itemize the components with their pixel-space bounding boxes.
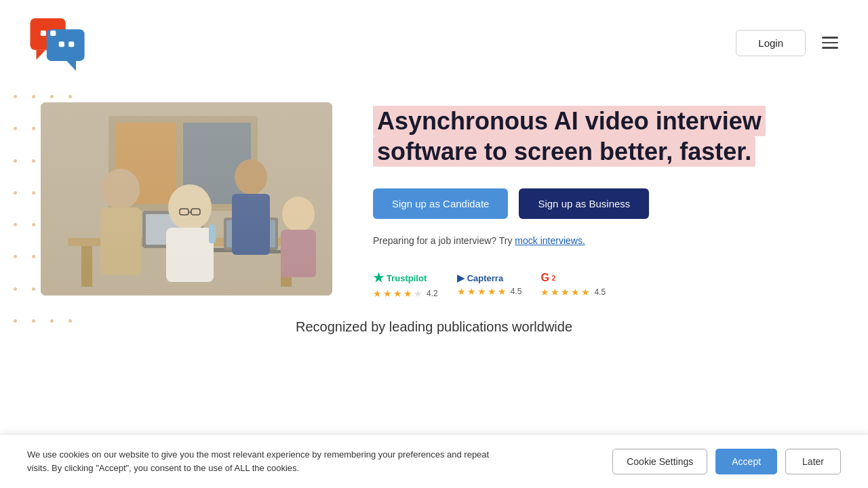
svg-marker-1 [37, 50, 46, 60]
hero-title: Asynchronous AI video interview software… [373, 106, 827, 167]
svg-rect-7 [68, 41, 74, 47]
svg-rect-30 [191, 209, 200, 215]
hero-image-wrapper [41, 102, 332, 296]
hero-text: Asynchronous AI video interview software… [373, 99, 827, 299]
login-button[interactable]: Login [736, 30, 806, 56]
svg-point-27 [282, 197, 315, 232]
svg-point-25 [235, 159, 267, 195]
svg-rect-29 [180, 209, 189, 215]
svg-rect-24 [166, 228, 214, 282]
svg-rect-10 [115, 123, 176, 204]
trustpilot-stars: ★ ★ ★ ★ ★ 4.2 [373, 288, 438, 299]
trustpilot-rating: ★ Trustpilot ★ ★ ★ ★ ★ 4.2 [373, 270, 438, 299]
g2-stars: ★ ★ ★ ★ ★ 4.5 [540, 287, 606, 298]
svg-rect-28 [281, 230, 316, 277]
svg-rect-13 [81, 246, 92, 287]
sub-text: Preparing for a job interview? Try mock … [373, 235, 827, 246]
hero-buttons: Sign up as Candidate Sign up as Business [373, 188, 827, 219]
svg-point-23 [168, 184, 212, 230]
nav-right: Login [736, 30, 841, 56]
bottom-title: Recognized by leading publications world… [27, 319, 841, 335]
main-content: Asynchronous AI video interview software… [0, 85, 868, 299]
ratings-section: ★ Trustpilot ★ ★ ★ ★ ★ 4.2 ▶ Capterra [373, 270, 827, 299]
signup-candidate-button[interactable]: Sign up as Candidate [373, 188, 508, 219]
hero-illustration [41, 102, 332, 296]
svg-rect-16 [146, 214, 200, 245]
hamburger-menu-button[interactable] [819, 34, 841, 52]
svg-rect-18 [224, 218, 278, 250]
svg-rect-8 [41, 102, 332, 296]
logo-icon [27, 12, 88, 73]
svg-rect-6 [59, 41, 64, 47]
bottom-section: Recognized by leading publications world… [0, 299, 868, 335]
svg-rect-22 [100, 207, 141, 275]
svg-rect-11 [183, 123, 251, 204]
hero-image [41, 102, 332, 296]
hero-title-highlight: Asynchronous AI video interview [373, 106, 766, 136]
svg-rect-12 [68, 238, 312, 246]
cookie-later-button[interactable]: Later [785, 449, 841, 474]
svg-rect-14 [281, 246, 292, 287]
cookie-accept-button[interactable]: Accept [715, 449, 777, 474]
svg-rect-26 [232, 194, 270, 255]
svg-rect-17 [176, 248, 244, 252]
logo[interactable] [27, 12, 88, 73]
cookie-buttons: Cookie Settings Accept Later [612, 449, 841, 474]
svg-rect-5 [50, 30, 56, 36]
svg-rect-4 [41, 30, 46, 36]
cookie-banner: We use cookies on our website to give yo… [0, 434, 868, 488]
mock-interviews-link[interactable]: mock interviews. [515, 235, 585, 246]
navbar: Login [0, 0, 868, 85]
svg-rect-9 [108, 116, 258, 211]
cookie-settings-button[interactable]: Cookie Settings [612, 449, 707, 474]
svg-rect-20 [248, 250, 306, 253]
svg-point-21 [102, 169, 140, 209]
capterra-brand: ▶ Capterra [457, 272, 503, 283]
svg-marker-3 [67, 61, 77, 70]
capterra-rating: ▶ Capterra ★ ★ ★ ★ ★ 4.5 [457, 272, 522, 297]
g2-rating: G2 ★ ★ ★ ★ ★ 4.5 [540, 272, 606, 298]
svg-rect-19 [226, 220, 275, 247]
hero-title-line2: software to screen better, faster. [373, 136, 755, 167]
capterra-stars: ★ ★ ★ ★ ★ 4.5 [457, 286, 522, 297]
g2-brand: G2 [540, 272, 555, 284]
svg-rect-32 [209, 224, 216, 243]
trustpilot-brand: ★ Trustpilot [373, 270, 427, 285]
svg-rect-15 [142, 211, 203, 248]
cookie-text: We use cookies on our website to give yo… [27, 448, 502, 474]
signup-business-button[interactable]: Sign up as Business [519, 188, 649, 219]
